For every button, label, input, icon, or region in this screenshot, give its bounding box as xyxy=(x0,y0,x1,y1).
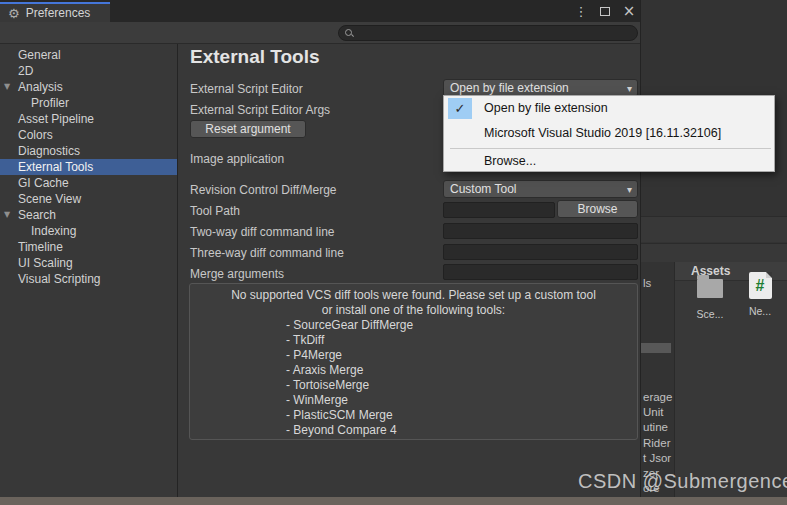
clipped-text: t Jsor xyxy=(643,451,674,466)
script-editor-args-label: External Script Editor Args xyxy=(190,101,330,119)
clipped-text: erage xyxy=(643,390,674,405)
asset-label: Sce... xyxy=(687,308,733,320)
menu-item-open-by-file-extension[interactable]: ✓ Open by file extension xyxy=(444,96,774,121)
close-icon[interactable]: × xyxy=(622,2,636,20)
maximize-icon[interactable] xyxy=(598,4,612,19)
tab-preferences[interactable]: ⚙ Preferences xyxy=(0,2,110,22)
sidebar-item-label: Scene View xyxy=(18,192,81,206)
sidebar-item-label: UI Scaling xyxy=(18,256,73,270)
helpbox-tool-item: - WinMerge xyxy=(286,393,637,408)
sidebar-item[interactable]: ▼ UI Scaling xyxy=(0,255,177,271)
sidebar-item[interactable]: ▼ Visual Scripting xyxy=(0,271,177,287)
menu-item-label: Microsoft Visual Studio 2019 [16.11.3210… xyxy=(484,126,721,140)
sidebar-item[interactable]: ▼ Diagnostics xyxy=(0,143,177,159)
sidebar-item[interactable]: ▼ General xyxy=(0,47,177,63)
script-editor-value: Open by file extension xyxy=(450,81,569,95)
revision-control-value: Custom Tool xyxy=(450,182,516,196)
sidebar-item[interactable]: ▼ External Tools xyxy=(0,159,177,175)
preferences-toolbar xyxy=(0,22,640,44)
sidebar-item[interactable]: ▼ GI Cache xyxy=(0,175,177,191)
vcs-helpbox: No supported VCS diff tools were found. … xyxy=(189,283,638,440)
search-input[interactable] xyxy=(338,25,638,41)
reset-argument-button[interactable]: Reset argument xyxy=(190,120,306,138)
sidebar-item[interactable]: ▼ Asset Pipeline xyxy=(0,111,177,127)
preferences-window: ⚙ Preferences ⋮ × ▼ General xyxy=(0,0,641,497)
menu-item-label: Open by file extension xyxy=(484,101,608,115)
sidebar-item-label: Colors xyxy=(18,128,53,142)
menu-separator xyxy=(450,148,771,149)
helpbox-tool-item: - SourceGear DiffMerge xyxy=(286,318,637,333)
screenshot-root: ls erageUnitutineRider Et Jsorzerore Ass… xyxy=(0,0,787,505)
threeway-diff-input[interactable] xyxy=(443,244,638,260)
sidebar-item-label: Indexing xyxy=(31,224,76,238)
sidebar-item-label: General xyxy=(18,48,61,62)
gear-icon: ⚙ xyxy=(8,7,20,20)
merge-arguments-label: Merge arguments xyxy=(190,265,284,283)
helpbox-tool-item: - TkDiff xyxy=(286,333,637,348)
foldout-arrow-icon[interactable]: ▼ xyxy=(4,207,10,223)
folder-icon xyxy=(697,279,723,298)
foldout-arrow-icon[interactable]: ▼ xyxy=(4,79,10,95)
image-application-label: Image application xyxy=(190,150,284,168)
sidebar-item[interactable]: ▼ Search xyxy=(0,207,177,223)
revision-control-label: Revision Control Diff/Merge xyxy=(190,181,337,199)
project-assets-panel: Assets Sce... # Ne... xyxy=(674,262,787,497)
sidebar-item[interactable]: ▼ Timeline xyxy=(0,239,177,255)
sidebar-item[interactable]: ▼ Scene View xyxy=(0,191,177,207)
sidebar-item-label: Asset Pipeline xyxy=(18,112,94,126)
twoway-diff-input[interactable] xyxy=(443,223,638,239)
merge-arguments-input[interactable] xyxy=(443,264,638,280)
helpbox-text-line: No supported VCS diff tools were found. … xyxy=(190,288,637,303)
sidebar-item-label: Visual Scripting xyxy=(18,272,101,286)
sidebar-item-label: Diagnostics xyxy=(18,144,80,158)
sidebar-item-label: 2D xyxy=(18,64,33,78)
sidebar-item[interactable]: ▼ 2D xyxy=(0,63,177,79)
sidebar-item-label: Profiler xyxy=(31,96,69,110)
asset-script-item[interactable]: # Ne... xyxy=(737,272,783,317)
sidebar-item-label: External Tools xyxy=(18,160,93,174)
tab-title: Preferences xyxy=(26,6,91,20)
asset-folder-item[interactable]: Sce... xyxy=(687,272,733,320)
menu-item-visual-studio[interactable]: Microsoft Visual Studio 2019 [16.11.3210… xyxy=(444,121,774,146)
page-title: External Tools xyxy=(190,46,320,68)
chevron-down-icon: ▾ xyxy=(627,182,632,198)
script-editor-label: External Script Editor xyxy=(190,80,303,98)
clipped-text: Rider E xyxy=(643,436,674,451)
helpbox-tool-item: - TortoiseMerge xyxy=(286,378,637,393)
csharp-script-icon: # xyxy=(749,272,772,299)
window-controls: ⋮ × xyxy=(574,2,636,20)
helpbox-tool-item: - Araxis Merge xyxy=(286,363,637,378)
menu-item-browse[interactable]: Browse... xyxy=(444,151,774,172)
sidebar-item[interactable]: ▼ Analysis xyxy=(0,79,177,95)
background-editor-area: ls erageUnitutineRider Et Jsorzerore Ass… xyxy=(641,0,787,497)
clipped-text: Unit xyxy=(643,405,674,420)
window-menu-icon[interactable]: ⋮ xyxy=(574,4,588,19)
csdn-watermark: CSDN @Submergence xyxy=(578,470,787,493)
sidebar-item[interactable]: ▼ Indexing xyxy=(0,223,177,239)
clipped-text: utine xyxy=(643,420,674,435)
helpbox-text-line: or install one of the following tools: xyxy=(190,303,637,318)
sidebar-item[interactable]: ▼ Profiler xyxy=(0,95,177,111)
clipped-text: ls xyxy=(643,277,651,289)
revision-control-dropdown[interactable]: Custom Tool ▾ xyxy=(443,180,638,198)
preferences-sidebar: ▼ General ▼ 2D ▼ Analysis ▼ Profiler xyxy=(0,44,178,497)
sidebar-item[interactable]: ▼ Colors xyxy=(0,127,177,143)
browse-button[interactable]: Browse xyxy=(557,200,638,218)
background-partial-control xyxy=(641,343,671,353)
sidebar-item-label: GI Cache xyxy=(18,176,69,190)
helpbox-tool-item: - Beyond Compare 4 xyxy=(286,423,637,438)
twoway-diff-label: Two-way diff command line xyxy=(190,223,335,241)
background-clipped-list: ls erageUnitutineRider Et Jsorzerore xyxy=(641,0,674,497)
tool-path-input[interactable] xyxy=(443,202,555,218)
desktop-edge-strip xyxy=(0,497,787,505)
menu-item-label: Browse... xyxy=(484,154,536,168)
threeway-diff-label: Three-way diff command line xyxy=(190,244,344,262)
sidebar-item-label: Analysis xyxy=(18,80,63,94)
helpbox-tool-item: - P4Merge xyxy=(286,348,637,363)
sidebar-item-label: Timeline xyxy=(18,240,63,254)
tool-path-label: Tool Path xyxy=(190,202,240,220)
helpbox-tools-list: - SourceGear DiffMerge- TkDiff- P4Merge-… xyxy=(286,318,637,438)
sidebar-item-label: Search xyxy=(18,208,56,222)
checkmark-icon: ✓ xyxy=(448,98,472,119)
asset-label: Ne... xyxy=(737,305,783,317)
